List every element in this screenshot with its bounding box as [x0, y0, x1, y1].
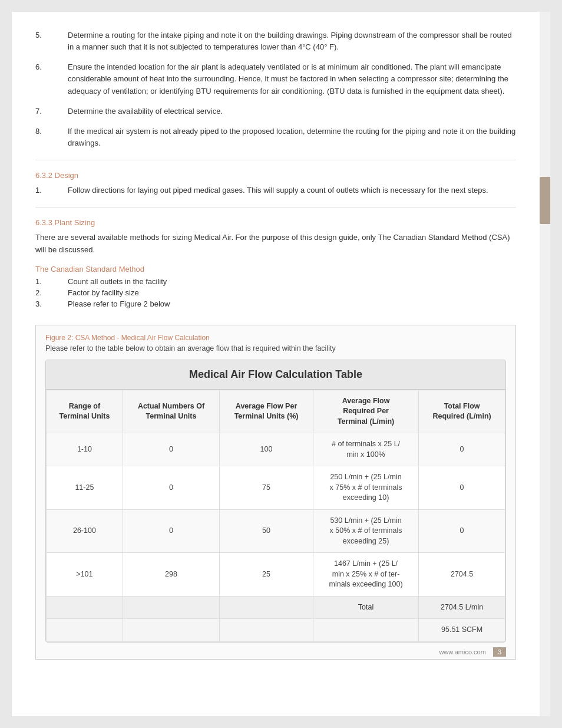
- cell-empty: [47, 619, 123, 642]
- cell-avg-pct: 50: [220, 509, 313, 553]
- col-header-avg-req: Average FlowRequired PerTerminal (L/min): [313, 390, 418, 433]
- item-text: Ensure the intended location for the air…: [68, 61, 516, 97]
- cell-empty: [313, 619, 418, 642]
- item-number: 8.: [35, 126, 68, 149]
- item-text: Determine a routing for the intake pipin…: [68, 29, 516, 53]
- method-list-item: 3. Please refer to Figure 2 below: [35, 299, 516, 308]
- item-text: Follow directions for laying out piped m…: [68, 185, 516, 196]
- method-list-item: 2. Factor by facility size: [35, 288, 516, 297]
- cell-total: 0: [419, 433, 505, 466]
- cell-actual: 0: [123, 509, 219, 553]
- item-text: If the medical air system is not already…: [68, 126, 516, 149]
- li-text: Please refer to Figure 2 below: [68, 299, 170, 308]
- page-wrapper: 5. Determine a routing for the intake pi…: [12, 12, 550, 716]
- item-number: 1.: [35, 185, 68, 196]
- calc-table-wrapper: Medical Air Flow Calculation Table Range…: [45, 360, 506, 643]
- cell-empty: [47, 596, 123, 619]
- cell-scfm-value: 95.51 SCFM: [419, 619, 505, 642]
- section-sizing: 6.3.3 Plant Sizing There are several ava…: [35, 218, 516, 308]
- li-number: 2.: [35, 288, 68, 297]
- col-header-range: Range ofTerminal Units: [47, 390, 123, 433]
- col-header-actual: Actual Numbers OfTerminal Units: [123, 390, 219, 433]
- cell-range: 1-10: [47, 433, 123, 466]
- item-number: 6.: [35, 61, 68, 97]
- li-number: 1.: [35, 277, 68, 286]
- method-heading: The Canadian Standard Method: [35, 265, 516, 274]
- table-header-row: Range ofTerminal Units Actual Numbers Of…: [47, 390, 505, 433]
- cell-total: 2704.5: [419, 553, 505, 597]
- cell-total-label: Total: [313, 596, 418, 619]
- section-sizing-heading: 6.3.3 Plant Sizing: [35, 218, 516, 227]
- design-list-item: 1. Follow directions for laying out pipe…: [35, 185, 516, 196]
- cell-range: 11-25: [47, 466, 123, 510]
- cell-range: 26-100: [47, 509, 123, 553]
- section-design-heading: 6.3.2 Design: [35, 171, 516, 180]
- cell-avg-req: 250 L/min + (25 L/minx 75% x # of termin…: [313, 466, 418, 510]
- table-title: Medical Air Flow Calculation Table: [46, 360, 505, 390]
- cell-empty: [220, 619, 313, 642]
- figure-description: Please refer to the table below to obtai…: [45, 344, 506, 353]
- col-header-total: Total FlowRequired (L/min): [419, 390, 505, 433]
- main-content: 5. Determine a routing for the intake pi…: [12, 12, 540, 716]
- table-row: >101 298 25 1467 L/min + (25 L/min x 25%…: [47, 553, 505, 597]
- section-sizing-paragraph: There are several available methods for …: [35, 232, 516, 256]
- divider: [35, 207, 516, 207]
- table-row: 1-10 0 100 # of terminals x 25 L/min x 1…: [47, 433, 505, 466]
- footer-website: www.amico.com: [439, 648, 485, 655]
- list-item: 6. Ensure the intended location for the …: [35, 61, 516, 97]
- numbered-items-group: 5. Determine a routing for the intake pi…: [35, 29, 516, 149]
- list-item: 7. Determine the availability of electri…: [35, 106, 516, 117]
- cell-avg-req: 1467 L/min + (25 L/min x 25% x # of ter-…: [313, 553, 418, 597]
- figure-caption: Figure 2: CSA Method - Medical Air Flow …: [45, 334, 506, 342]
- cell-actual: 298: [123, 553, 219, 597]
- list-item: 5. Determine a routing for the intake pi…: [35, 29, 516, 53]
- divider: [35, 160, 516, 160]
- table-total-row: Total 2704.5 L/min: [47, 596, 505, 619]
- method-list-item: 1. Count all outlets in the facility: [35, 277, 516, 286]
- cell-avg-req: 530 L/min + (25 L/minx 50% x # of termin…: [313, 509, 418, 553]
- table-scfm-row: 95.51 SCFM: [47, 619, 505, 642]
- section-design: 6.3.2 Design 1. Follow directions for la…: [35, 171, 516, 196]
- item-text: Determine the availability of electrical…: [68, 106, 516, 117]
- calc-table: Range ofTerminal Units Actual Numbers Of…: [46, 390, 505, 642]
- figure-section: Figure 2: CSA Method - Medical Air Flow …: [35, 325, 516, 660]
- col-header-avg-pct: Average Flow PerTerminal Units (%): [220, 390, 313, 433]
- method-list: 1. Count all outlets in the facility 2. …: [35, 277, 516, 308]
- li-text: Factor by facility size: [68, 288, 139, 297]
- table-row: 26-100 0 50 530 L/min + (25 L/minx 50% x…: [47, 509, 505, 553]
- cell-actual: 0: [123, 466, 219, 510]
- cell-empty: [123, 596, 219, 619]
- cell-total-value: 2704.5 L/min: [419, 596, 505, 619]
- footer-bar: www.amico.com 3: [45, 643, 506, 659]
- page-number: 3: [493, 647, 506, 657]
- cell-empty: [220, 596, 313, 619]
- cell-actual: 0: [123, 433, 219, 466]
- table-row: 11-25 0 75 250 L/min + (25 L/minx 75% x …: [47, 466, 505, 510]
- cell-total: 0: [419, 466, 505, 510]
- li-text: Count all outlets in the facility: [68, 277, 167, 286]
- cell-avg-pct: 25: [220, 553, 313, 597]
- item-number: 7.: [35, 106, 68, 117]
- cell-avg-pct: 75: [220, 466, 313, 510]
- cell-total: 0: [419, 509, 505, 553]
- list-item: 8. If the medical air system is not alre…: [35, 126, 516, 149]
- cell-range: >101: [47, 553, 123, 597]
- li-number: 3.: [35, 299, 68, 308]
- cell-avg-req: # of terminals x 25 L/min x 100%: [313, 433, 418, 466]
- item-number: 5.: [35, 29, 68, 53]
- side-tab: [540, 177, 550, 224]
- cell-empty: [123, 619, 219, 642]
- cell-avg-pct: 100: [220, 433, 313, 466]
